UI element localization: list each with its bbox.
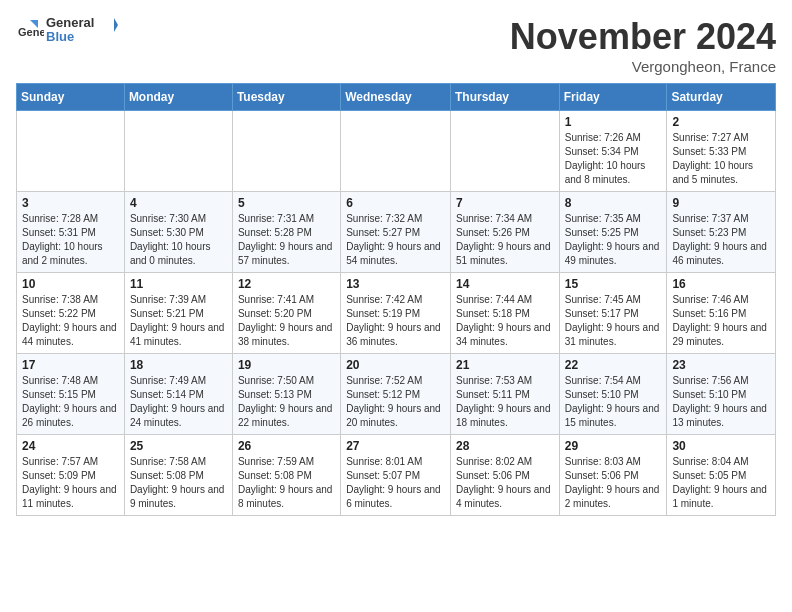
weekday-header-row: SundayMondayTuesdayWednesdayThursdayFrid… [17,84,776,111]
calendar-cell: 17Sunrise: 7:48 AM Sunset: 5:15 PM Dayli… [17,354,125,435]
title-block: November 2024 Vergongheon, France [510,16,776,75]
calendar-cell: 12Sunrise: 7:41 AM Sunset: 5:20 PM Dayli… [232,273,340,354]
calendar-cell [232,111,340,192]
day-info: Sunrise: 7:28 AM Sunset: 5:31 PM Dayligh… [22,212,119,268]
day-info: Sunrise: 7:46 AM Sunset: 5:16 PM Dayligh… [672,293,770,349]
day-info: Sunrise: 8:03 AM Sunset: 5:06 PM Dayligh… [565,455,662,511]
day-info: Sunrise: 7:39 AM Sunset: 5:21 PM Dayligh… [130,293,227,349]
day-number: 20 [346,358,445,372]
day-number: 25 [130,439,227,453]
day-number: 16 [672,277,770,291]
day-number: 10 [22,277,119,291]
day-number: 23 [672,358,770,372]
calendar-cell: 19Sunrise: 7:50 AM Sunset: 5:13 PM Dayli… [232,354,340,435]
calendar-cell: 26Sunrise: 7:59 AM Sunset: 5:08 PM Dayli… [232,435,340,516]
day-number: 27 [346,439,445,453]
calendar-cell: 15Sunrise: 7:45 AM Sunset: 5:17 PM Dayli… [559,273,667,354]
day-number: 3 [22,196,119,210]
day-info: Sunrise: 7:30 AM Sunset: 5:30 PM Dayligh… [130,212,227,268]
calendar-cell: 13Sunrise: 7:42 AM Sunset: 5:19 PM Dayli… [341,273,451,354]
day-number: 2 [672,115,770,129]
day-info: Sunrise: 7:41 AM Sunset: 5:20 PM Dayligh… [238,293,335,349]
weekday-header-saturday: Saturday [667,84,776,111]
calendar-cell: 9Sunrise: 7:37 AM Sunset: 5:23 PM Daylig… [667,192,776,273]
weekday-header-friday: Friday [559,84,667,111]
logo-icon: General [16,16,44,44]
day-number: 11 [130,277,227,291]
day-info: Sunrise: 7:57 AM Sunset: 5:09 PM Dayligh… [22,455,119,511]
day-info: Sunrise: 7:37 AM Sunset: 5:23 PM Dayligh… [672,212,770,268]
calendar-cell: 24Sunrise: 7:57 AM Sunset: 5:09 PM Dayli… [17,435,125,516]
day-info: Sunrise: 7:49 AM Sunset: 5:14 PM Dayligh… [130,374,227,430]
day-number: 7 [456,196,554,210]
day-info: Sunrise: 7:42 AM Sunset: 5:19 PM Dayligh… [346,293,445,349]
calendar-cell: 16Sunrise: 7:46 AM Sunset: 5:16 PM Dayli… [667,273,776,354]
weekday-header-thursday: Thursday [450,84,559,111]
calendar-cell: 5Sunrise: 7:31 AM Sunset: 5:28 PM Daylig… [232,192,340,273]
calendar-cell [17,111,125,192]
day-number: 17 [22,358,119,372]
day-info: Sunrise: 7:58 AM Sunset: 5:08 PM Dayligh… [130,455,227,511]
weekday-header-sunday: Sunday [17,84,125,111]
calendar-cell: 28Sunrise: 8:02 AM Sunset: 5:06 PM Dayli… [450,435,559,516]
day-number: 24 [22,439,119,453]
calendar-cell: 11Sunrise: 7:39 AM Sunset: 5:21 PM Dayli… [124,273,232,354]
calendar-cell [124,111,232,192]
day-info: Sunrise: 7:52 AM Sunset: 5:12 PM Dayligh… [346,374,445,430]
calendar-cell: 4Sunrise: 7:30 AM Sunset: 5:30 PM Daylig… [124,192,232,273]
weekday-header-tuesday: Tuesday [232,84,340,111]
day-number: 14 [456,277,554,291]
day-number: 1 [565,115,662,129]
day-info: Sunrise: 7:27 AM Sunset: 5:33 PM Dayligh… [672,131,770,187]
svg-text:General: General [18,26,44,38]
day-info: Sunrise: 7:59 AM Sunset: 5:08 PM Dayligh… [238,455,335,511]
weekday-header-monday: Monday [124,84,232,111]
calendar-cell: 30Sunrise: 8:04 AM Sunset: 5:05 PM Dayli… [667,435,776,516]
calendar-table: SundayMondayTuesdayWednesdayThursdayFrid… [16,83,776,516]
day-info: Sunrise: 7:34 AM Sunset: 5:26 PM Dayligh… [456,212,554,268]
day-info: Sunrise: 7:53 AM Sunset: 5:11 PM Dayligh… [456,374,554,430]
day-info: Sunrise: 7:44 AM Sunset: 5:18 PM Dayligh… [456,293,554,349]
day-number: 9 [672,196,770,210]
day-info: Sunrise: 7:35 AM Sunset: 5:25 PM Dayligh… [565,212,662,268]
day-info: Sunrise: 8:02 AM Sunset: 5:06 PM Dayligh… [456,455,554,511]
calendar-week-row: 10Sunrise: 7:38 AM Sunset: 5:22 PM Dayli… [17,273,776,354]
svg-marker-2 [100,18,118,32]
calendar-week-row: 3Sunrise: 7:28 AM Sunset: 5:31 PM Daylig… [17,192,776,273]
day-number: 5 [238,196,335,210]
logo-arrow-icon [96,14,118,36]
day-info: Sunrise: 7:56 AM Sunset: 5:10 PM Dayligh… [672,374,770,430]
calendar-cell: 18Sunrise: 7:49 AM Sunset: 5:14 PM Dayli… [124,354,232,435]
calendar-cell: 7Sunrise: 7:34 AM Sunset: 5:26 PM Daylig… [450,192,559,273]
calendar-cell: 6Sunrise: 7:32 AM Sunset: 5:27 PM Daylig… [341,192,451,273]
day-info: Sunrise: 7:26 AM Sunset: 5:34 PM Dayligh… [565,131,662,187]
calendar-week-row: 24Sunrise: 7:57 AM Sunset: 5:09 PM Dayli… [17,435,776,516]
calendar-cell [450,111,559,192]
day-number: 13 [346,277,445,291]
day-info: Sunrise: 7:48 AM Sunset: 5:15 PM Dayligh… [22,374,119,430]
day-number: 22 [565,358,662,372]
day-number: 21 [456,358,554,372]
calendar-cell: 21Sunrise: 7:53 AM Sunset: 5:11 PM Dayli… [450,354,559,435]
day-number: 30 [672,439,770,453]
calendar-cell: 1Sunrise: 7:26 AM Sunset: 5:34 PM Daylig… [559,111,667,192]
weekday-header-wednesday: Wednesday [341,84,451,111]
day-info: Sunrise: 7:32 AM Sunset: 5:27 PM Dayligh… [346,212,445,268]
calendar-cell: 2Sunrise: 7:27 AM Sunset: 5:33 PM Daylig… [667,111,776,192]
day-info: Sunrise: 7:38 AM Sunset: 5:22 PM Dayligh… [22,293,119,349]
day-number: 8 [565,196,662,210]
day-number: 18 [130,358,227,372]
calendar-cell: 10Sunrise: 7:38 AM Sunset: 5:22 PM Dayli… [17,273,125,354]
calendar-cell: 25Sunrise: 7:58 AM Sunset: 5:08 PM Dayli… [124,435,232,516]
day-info: Sunrise: 7:50 AM Sunset: 5:13 PM Dayligh… [238,374,335,430]
calendar-cell: 29Sunrise: 8:03 AM Sunset: 5:06 PM Dayli… [559,435,667,516]
location: Vergongheon, France [510,58,776,75]
day-number: 29 [565,439,662,453]
day-number: 6 [346,196,445,210]
page-header: General General Blue November 2024 Vergo… [16,16,776,75]
day-number: 4 [130,196,227,210]
day-number: 19 [238,358,335,372]
month-title: November 2024 [510,16,776,58]
calendar-cell: 27Sunrise: 8:01 AM Sunset: 5:07 PM Dayli… [341,435,451,516]
calendar-cell: 23Sunrise: 7:56 AM Sunset: 5:10 PM Dayli… [667,354,776,435]
